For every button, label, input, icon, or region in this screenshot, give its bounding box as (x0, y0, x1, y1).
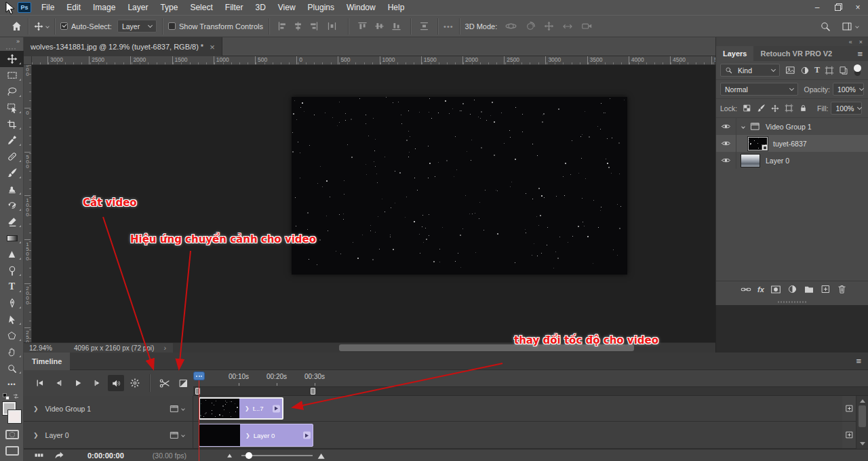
layer-row-layer0[interactable]: Layer 0 (716, 152, 868, 169)
fill-dropdown[interactable]: 100% (831, 102, 862, 115)
collapse-panels-icon[interactable]: « (849, 39, 852, 45)
filter-toggle-switch[interactable] (854, 65, 861, 76)
tab-close-icon[interactable]: × (210, 42, 215, 52)
spot-healing-brush-tool[interactable] (0, 148, 24, 165)
zoom-tool[interactable] (0, 360, 24, 376)
play-button[interactable] (70, 375, 86, 391)
3d-roll-icon[interactable] (525, 21, 536, 32)
eyedropper-tool[interactable] (0, 132, 24, 148)
opacity-dropdown[interactable]: 100% (833, 83, 864, 96)
timeline-zoom-slider[interactable] (241, 455, 313, 456)
frames-view-icon[interactable] (31, 447, 47, 461)
menu-item-3d[interactable]: 3D (249, 0, 271, 15)
document-image[interactable] (292, 97, 627, 275)
adjustment-layer-icon[interactable] (787, 284, 797, 294)
close-button[interactable]: × (848, 0, 868, 15)
crop-tool[interactable] (0, 116, 24, 132)
previous-frame-button[interactable] (51, 375, 67, 391)
document-tab[interactable]: wolves-1341881.jpg @ 12.9% (tuyet-6837, … (24, 37, 222, 56)
new-group-icon[interactable] (804, 284, 814, 295)
swap-colors-icon[interactable] (12, 393, 20, 400)
menu-item-plugins[interactable]: Plugins (302, 0, 340, 15)
filter-shape-layers-icon[interactable] (825, 66, 834, 75)
menu-item-file[interactable]: File (35, 0, 60, 15)
layer-row-tuyet[interactable]: tuyet-6837 (716, 135, 868, 152)
add-layer-mask-icon[interactable] (770, 284, 781, 295)
timeline-vertical-scrollbar[interactable] (856, 396, 868, 449)
hand-tool[interactable] (0, 344, 24, 360)
render-export-icon[interactable] (51, 447, 67, 461)
layer-name[interactable]: Video Group 1 (766, 123, 812, 131)
ruler-corner[interactable] (24, 56, 32, 65)
search-icon[interactable] (820, 21, 831, 32)
show-transform-checkbox[interactable] (168, 22, 176, 30)
tab-layers[interactable]: Layers (716, 46, 753, 61)
menu-item-edit[interactable]: Edit (60, 0, 87, 15)
gradient-tool[interactable] (0, 230, 24, 246)
layer-name[interactable]: Layer 0 (766, 157, 789, 165)
clone-stamp-tool[interactable] (0, 181, 24, 197)
visibility-eye-icon[interactable] (716, 135, 736, 152)
clip-speed-badge-icon[interactable] (273, 405, 280, 412)
track-header[interactable]: ❯ Layer 0 (24, 422, 193, 449)
track-media-icon[interactable] (170, 430, 193, 440)
add-media-button[interactable] (842, 396, 856, 422)
filter-smart-objects-icon[interactable] (839, 66, 848, 75)
panel-menu-icon[interactable]: ≡ (857, 46, 868, 61)
mute-audio-button[interactable] (108, 375, 124, 391)
work-area-end-handle[interactable] (311, 388, 315, 395)
scrollbar-thumb[interactable] (859, 405, 866, 427)
group-expand-chevron-icon[interactable] (741, 125, 745, 129)
menu-item-type[interactable]: Type (154, 0, 184, 15)
layer-thumbnail[interactable] (748, 137, 768, 151)
go-to-first-frame-button[interactable] (32, 375, 48, 391)
align-top-icon[interactable] (357, 21, 368, 31)
zoom-out-hill-icon[interactable] (222, 447, 238, 461)
align-right-icon[interactable] (309, 21, 319, 31)
timeline-settings-button[interactable] (127, 375, 143, 391)
track-expand-chevron-icon[interactable]: ❯ (33, 405, 39, 412)
object-selection-tool[interactable] (0, 100, 24, 116)
blur-tool[interactable] (0, 246, 24, 262)
3d-camera-icon[interactable] (581, 20, 593, 32)
lock-transparency-icon[interactable] (743, 104, 751, 113)
move-tool[interactable] (0, 51, 24, 67)
3d-orbit-icon[interactable] (505, 20, 517, 32)
filter-kind-dropdown[interactable]: Kind (720, 64, 780, 77)
move-tool-preset-icon[interactable] (34, 22, 43, 31)
align-bottom-icon[interactable] (391, 21, 401, 31)
layer-name[interactable]: tuyet-6837 (773, 140, 807, 148)
tab-retouch-plugin[interactable]: Retouch VR PRO V2 (753, 46, 839, 61)
zoom-level-field[interactable]: 12.94% (29, 344, 64, 352)
quick-mask-button[interactable] (0, 426, 24, 443)
edit-toolbar-icon[interactable]: ••• (0, 376, 24, 393)
track-header[interactable]: ❯ Video Group 1 (24, 396, 193, 422)
clip-speed-badge-icon[interactable] (303, 432, 311, 439)
playhead[interactable] (193, 372, 205, 380)
pen-tool[interactable] (0, 295, 24, 311)
auto-select-checkbox[interactable] (60, 22, 68, 30)
layer-thumbnail[interactable] (741, 154, 760, 167)
align-left-icon[interactable] (277, 21, 288, 31)
menu-item-help[interactable]: Help (382, 0, 411, 15)
menu-item-window[interactable]: Window (340, 0, 382, 15)
transition-button[interactable] (175, 375, 191, 391)
tools-grip[interactable] (0, 46, 23, 51)
delete-layer-icon[interactable] (837, 284, 847, 294)
scroll-up-icon[interactable] (860, 399, 865, 403)
menu-item-layer[interactable]: Layer (121, 0, 154, 15)
tab-timeline[interactable]: Timeline (24, 353, 70, 370)
dodge-tool[interactable] (0, 262, 24, 279)
history-brush-tool[interactable] (0, 197, 24, 214)
filter-type-layers-icon[interactable]: T (814, 65, 820, 75)
layer-effects-icon[interactable]: fx (757, 285, 764, 294)
screen-mode-button[interactable] (0, 443, 24, 459)
distribute-vertical-icon[interactable] (419, 21, 429, 31)
minimize-button[interactable]: – (807, 0, 827, 15)
status-chevron-icon[interactable]: › (163, 344, 166, 352)
home-icon[interactable] (11, 20, 22, 32)
default-colors-icon[interactable] (3, 393, 11, 401)
clip-tuyet[interactable]: ❯t...7 (199, 397, 283, 420)
work-area-bar[interactable] (193, 386, 868, 396)
tools-expand-button[interactable]: » (0, 37, 23, 46)
